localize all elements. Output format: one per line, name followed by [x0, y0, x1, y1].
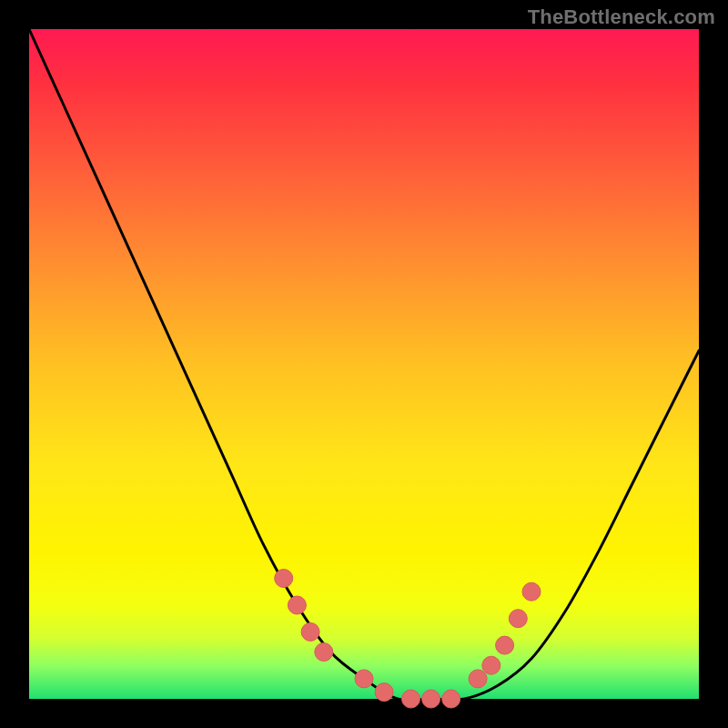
marker-point [301, 622, 319, 641]
marker-point [509, 610, 527, 628]
marker-point [442, 690, 460, 708]
marker-point [522, 582, 541, 601]
marker-point [422, 690, 440, 708]
chart-frame [29, 29, 699, 699]
marker-point [375, 683, 393, 702]
marker-point [482, 656, 500, 674]
marker-point [402, 690, 420, 708]
plot-area [29, 29, 699, 699]
bottleneck-curve [29, 29, 699, 701]
marker-point [469, 670, 487, 688]
marker-point [355, 670, 373, 688]
marker-point [275, 570, 293, 588]
marker-point [496, 636, 514, 654]
chart-svg [29, 29, 699, 699]
marker-point [315, 643, 333, 662]
highlighted-markers [275, 570, 541, 709]
marker-point [288, 596, 306, 614]
watermark-text: TheBottleneck.com [528, 5, 715, 29]
